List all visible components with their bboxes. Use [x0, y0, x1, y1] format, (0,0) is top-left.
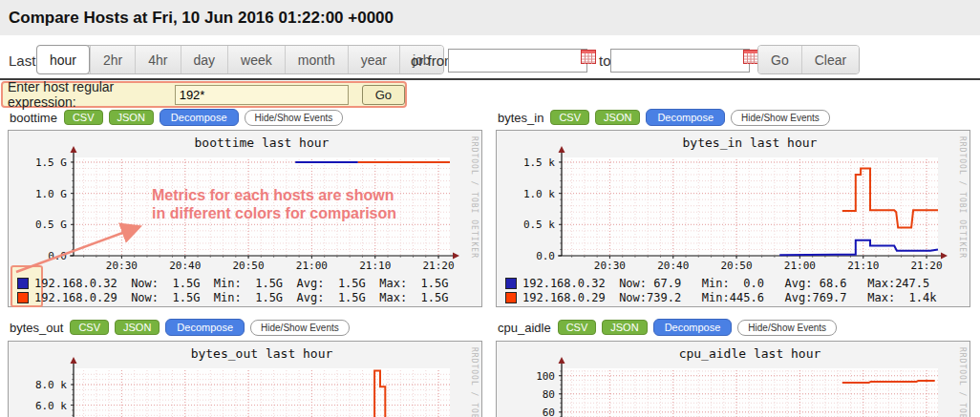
host-regex-bar: Enter host regular expression: Go — [1, 81, 407, 108]
svg-text:bytes_out last hour: bytes_out last hour — [191, 346, 333, 361]
metric-header-bytes-out: bytes_out CSV JSON Decompose Hide/Show E… — [10, 317, 350, 338]
rrdtool-watermark: RRDTOOL / TOBI OETIKER — [470, 347, 479, 417]
range-button-4hr[interactable]: 4hr — [135, 46, 180, 73]
series-swatch — [17, 278, 29, 289]
svg-text:0.0: 0.0 — [48, 250, 67, 262]
legend-text: 192.168.0.32 Now: 67.9 Min: 0.0 Avg: 68.… — [522, 277, 929, 290]
metric-header-boottime: boottime CSV JSON Decompose Hide/Show Ev… — [10, 107, 343, 128]
svg-text:21:00: 21:00 — [784, 260, 816, 272]
go-button[interactable]: Go — [758, 46, 801, 73]
range-button-day[interactable]: day — [181, 46, 228, 73]
decompose-button[interactable]: Decompose — [160, 109, 239, 126]
range-button-year[interactable]: year — [348, 46, 399, 73]
svg-text:boottime last hour: boottime last hour — [195, 136, 330, 150]
to-date-input[interactable] — [610, 49, 750, 73]
series-swatch — [17, 292, 29, 303]
host-regex-label: Enter host regular expression: — [8, 79, 169, 110]
time-range-group: hour 2hr 4hr day week month year job — [36, 45, 444, 74]
legend: 192.168.0.32 Now: 67.9 Min: 0.0 Avg: 68.… — [497, 276, 969, 304]
legend-text: 192.168.0.29 Now: 1.5G Min: 1.5G Avg: 1.… — [34, 291, 448, 304]
svg-text:20:50: 20:50 — [721, 260, 753, 272]
metric-name: bytes_in — [498, 111, 543, 125]
decompose-button[interactable]: Decompose — [653, 319, 733, 336]
svg-text:1.5 G: 1.5 G — [35, 156, 67, 169]
csv-button[interactable]: CSV — [64, 110, 103, 125]
last-label: Last — [9, 52, 35, 69]
legend-row: 192.168.0.32 Now: 67.9 Min: 0.0 Avg: 68.… — [505, 276, 969, 290]
rrdtool-watermark: RRDTOOL / TOBI OETIKER — [958, 136, 967, 259]
svg-text:0.5 G: 0.5 G — [35, 219, 67, 231]
csv-button[interactable]: CSV — [70, 320, 109, 335]
svg-text:20:30: 20:30 — [594, 260, 626, 272]
bytes-out-graph: 20:3020:4020:5021:0021:1021:200.02.0 k4.… — [9, 342, 481, 417]
chart-panel-boottime: 20:3020:4020:5021:0021:1021:200.00.5 G1.… — [8, 130, 482, 307]
decompose-button[interactable]: Decompose — [165, 319, 245, 336]
rrdtool-watermark: RRDTOOL / TOBI OETIKER — [470, 136, 479, 259]
metric-header-cpu-aidle: cpu_aidle CSV JSON Decompose Hide/Show E… — [498, 317, 837, 338]
go-clear-group: Go Clear — [757, 45, 860, 74]
svg-text:21:10: 21:10 — [847, 260, 879, 272]
chart-panel-bytes-in: 20:3020:4020:5021:0021:1021:200.00.5 k1.… — [496, 130, 970, 307]
host-regex-go-button[interactable]: Go — [362, 85, 405, 105]
svg-text:20:30: 20:30 — [106, 260, 138, 272]
hide-show-events-button[interactable]: Hide/Show Events — [737, 320, 837, 336]
svg-text:20:40: 20:40 — [169, 260, 201, 272]
clear-button[interactable]: Clear — [801, 46, 859, 73]
hide-show-events-button[interactable]: Hide/Show Events — [245, 110, 344, 126]
svg-text:1.5 k: 1.5 k — [523, 156, 555, 169]
svg-text:bytes_in last hour: bytes_in last hour — [683, 136, 818, 150]
compare-hosts-page: Compare Hosts at Fri, 10 Jun 2016 01:22:… — [0, 0, 980, 417]
metric-name: cpu_aidle — [498, 321, 551, 335]
hide-show-events-button[interactable]: Hide/Show Events — [250, 320, 350, 336]
title-bar: Compare Hosts at Fri, 10 Jun 2016 01:22:… — [0, 0, 980, 35]
to-calendar-icon[interactable] — [743, 50, 758, 64]
metric-name: boottime — [10, 111, 57, 125]
svg-text:21:10: 21:10 — [359, 260, 391, 272]
svg-text:20:40: 20:40 — [657, 260, 689, 272]
range-button-2hr[interactable]: 2hr — [90, 46, 135, 73]
legend-text: 192.168.0.29 Now:739.2 Min:445.6 Avg:769… — [522, 291, 936, 304]
decompose-button[interactable]: Decompose — [646, 109, 725, 126]
svg-text:cpu_aidle last hour: cpu_aidle last hour — [679, 346, 821, 361]
svg-text:1.0 G: 1.0 G — [35, 188, 67, 200]
svg-text:21:20: 21:20 — [422, 260, 454, 272]
from-date-input[interactable] — [448, 49, 587, 73]
host-regex-input[interactable] — [175, 85, 349, 105]
legend-row: 192.168.0.29 Now:739.2 Min:445.6 Avg:769… — [505, 290, 969, 304]
legend: 192.168.0.32 Now: 1.5G Min: 1.5G Avg: 1.… — [9, 276, 481, 304]
range-button-week[interactable]: week — [227, 46, 285, 73]
series-swatch — [505, 278, 517, 289]
svg-text:0.5 k: 0.5 k — [523, 219, 555, 231]
legend-row: 192.168.0.32 Now: 1.5G Min: 1.5G Avg: 1.… — [17, 276, 481, 290]
csv-button[interactable]: CSV — [558, 320, 597, 335]
svg-text:60: 60 — [543, 407, 555, 417]
svg-text:100: 100 — [536, 370, 555, 383]
legend-text: 192.168.0.32 Now: 1.5G Min: 1.5G Avg: 1.… — [34, 277, 448, 290]
json-button[interactable]: JSON — [115, 320, 160, 335]
page-title: Compare Hosts at Fri, 10 Jun 2016 01:22:… — [0, 9, 394, 28]
chart-panel-cpu-aidle: 20:3020:4020:5021:0021:1021:200204060801… — [496, 341, 970, 417]
range-button-month[interactable]: month — [285, 46, 348, 73]
bytes-in-graph: 20:3020:4020:5021:0021:1021:200.00.5 k1.… — [497, 131, 969, 274]
rrdtool-watermark: RRDTOOL / TOBI OETIKER — [958, 347, 967, 417]
svg-text:6.0 k: 6.0 k — [35, 400, 67, 412]
cpu-aidle-graph: 20:3020:4020:5021:0021:1021:200204060801… — [497, 342, 969, 417]
metric-name: bytes_out — [10, 321, 63, 335]
metric-header-bytes-in: bytes_in CSV JSON Decompose Hide/Show Ev… — [498, 107, 830, 128]
from-calendar-icon[interactable] — [581, 50, 596, 64]
chart-panel-bytes-out: 20:3020:4020:5021:0021:1021:200.02.0 k4.… — [8, 341, 482, 417]
csv-button[interactable]: CSV — [550, 110, 589, 125]
svg-text:1.0 k: 1.0 k — [523, 188, 555, 200]
series-swatch — [505, 292, 517, 303]
annotation-text: Metrics for each hosts are shown in diff… — [152, 186, 396, 222]
json-button[interactable]: JSON — [109, 110, 154, 125]
json-button[interactable]: JSON — [595, 110, 640, 125]
range-button-hour[interactable]: hour — [36, 45, 90, 74]
json-button[interactable]: JSON — [602, 320, 647, 335]
hide-show-events-button[interactable]: Hide/Show Events — [731, 110, 830, 126]
svg-text:8.0 k: 8.0 k — [35, 379, 67, 391]
svg-text:21:20: 21:20 — [910, 260, 942, 272]
svg-text:20:50: 20:50 — [233, 260, 265, 272]
legend-row: 192.168.0.29 Now: 1.5G Min: 1.5G Avg: 1.… — [17, 290, 481, 304]
svg-text:0.0: 0.0 — [536, 250, 555, 262]
